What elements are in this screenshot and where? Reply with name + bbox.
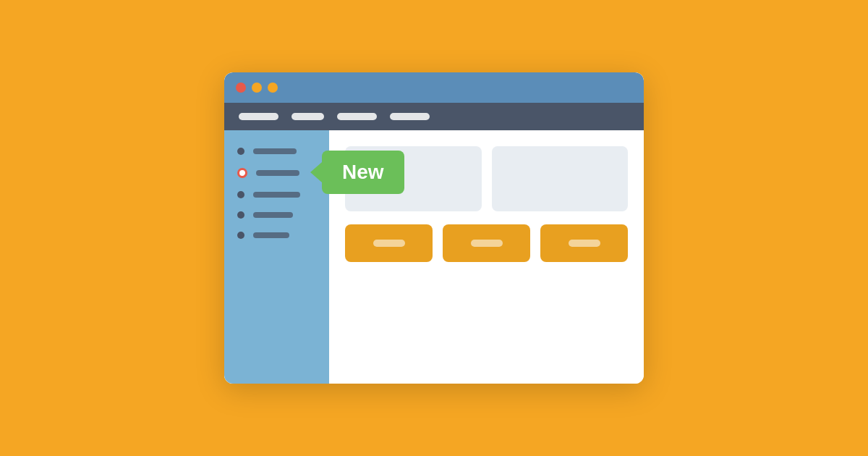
- button-3[interactable]: [540, 224, 628, 262]
- sidebar-dot-4: [237, 211, 244, 219]
- nav-item-3[interactable]: [337, 113, 377, 120]
- sidebar-item-1[interactable]: [237, 148, 316, 155]
- nav-item-4[interactable]: [390, 113, 430, 120]
- sidebar-line-5: [253, 232, 289, 238]
- sidebar-line-1: [253, 148, 297, 154]
- sidebar-dot-1: [237, 148, 244, 155]
- browser-window: New: [224, 72, 644, 384]
- title-bar: [224, 72, 644, 103]
- sidebar-item-2[interactable]: [237, 168, 316, 178]
- nav-item-2[interactable]: [292, 113, 324, 120]
- main-content: New: [329, 130, 644, 384]
- sidebar-item-5[interactable]: [237, 232, 316, 239]
- maximize-dot[interactable]: [268, 83, 278, 93]
- close-dot[interactable]: [236, 83, 246, 93]
- minimize-dot[interactable]: [252, 83, 262, 93]
- card-2: [492, 146, 629, 211]
- sidebar-item-3[interactable]: [237, 191, 316, 198]
- sidebar-line-4: [253, 212, 293, 218]
- sidebar-item-4[interactable]: [237, 211, 316, 219]
- nav-bar: [224, 103, 644, 130]
- sidebar-dot-5: [237, 232, 244, 239]
- new-badge-label: New: [342, 161, 384, 183]
- button-1-inner: [373, 240, 405, 247]
- sidebar-line-2: [256, 170, 299, 176]
- new-badge: New: [322, 151, 404, 194]
- browser-body: New: [224, 130, 644, 384]
- buttons-row: [345, 224, 628, 262]
- sidebar-dot-2-active: [237, 168, 247, 178]
- button-1[interactable]: [345, 224, 433, 262]
- button-2-inner: [471, 240, 503, 247]
- nav-item-1[interactable]: [239, 113, 278, 120]
- sidebar-line-3: [253, 192, 300, 198]
- sidebar-dot-3: [237, 191, 244, 198]
- button-2[interactable]: [443, 224, 530, 262]
- button-3-inner: [569, 240, 600, 247]
